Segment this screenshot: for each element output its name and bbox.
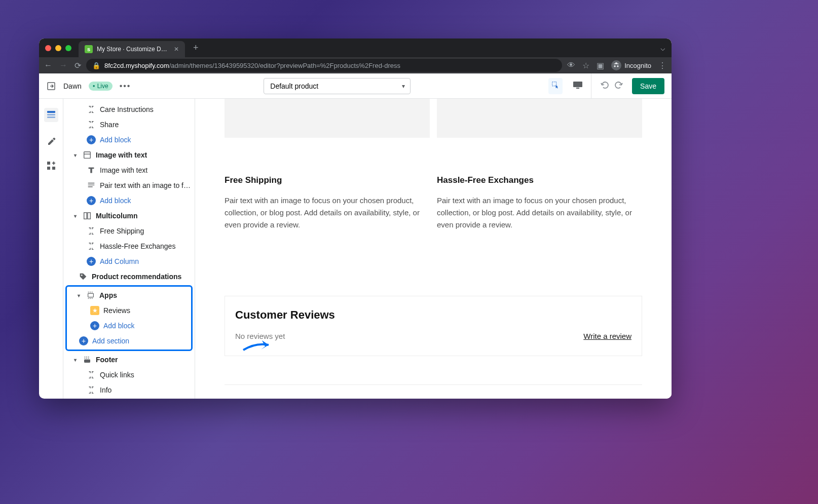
block-our-mission[interactable]: Our mission [63, 398, 195, 399]
traffic-lights [45, 45, 71, 51]
chrome-menu-icon[interactable]: ⋮ [658, 61, 666, 70]
url-bar[interactable]: 🔒 8fc2cd.myshopify.com/admin/themes/1364… [86, 59, 562, 72]
inspector-button[interactable] [548, 78, 563, 94]
chrome-toolbar: ← → ⟳ 🔒 8fc2cd.myshopify.com/admin/theme… [39, 57, 672, 73]
tag-icon [79, 272, 88, 281]
collapsible-icon [87, 105, 96, 114]
svg-rect-7 [47, 162, 50, 165]
url-domain: 8fc2cd.myshopify.com [104, 62, 169, 69]
preview-canvas[interactable]: Free Shipping Pair text with an image to… [195, 99, 672, 399]
editor-body: Care Instructions Share + Add block ▾ Im… [39, 99, 672, 399]
section-apps[interactable]: ▾ Apps [67, 288, 191, 303]
theme-settings-rail-icon[interactable] [44, 133, 58, 147]
app-embeds-rail-icon[interactable] [44, 159, 58, 173]
new-tab-button[interactable]: + [193, 43, 199, 53]
add-section-button[interactable]: + Add section [67, 333, 191, 348]
panel-icon[interactable]: ▣ [597, 61, 604, 70]
footer-columns: Quick links Info Our mission [225, 384, 642, 399]
text-icon [87, 166, 96, 175]
collapsible-icon [87, 385, 96, 395]
block-hassle-free[interactable]: Hassle-Free Exchanges [63, 239, 195, 254]
undo-button[interactable] [600, 80, 610, 92]
svg-rect-10 [84, 152, 91, 159]
column-free-shipping: Free Shipping Pair text with an image to… [225, 175, 430, 231]
section-icon [83, 150, 92, 160]
eye-slash-icon[interactable]: 👁 [567, 61, 575, 70]
add-column-button[interactable]: + Add Column [63, 254, 195, 269]
theme-name: Dawn [63, 82, 82, 90]
section-image-with-text[interactable]: ▾ Image with text [63, 147, 195, 163]
desktop-view-button[interactable] [570, 78, 586, 94]
tab-title: My Store · Customize Dawn · S [97, 46, 170, 53]
undo-redo [597, 80, 627, 92]
block-reviews[interactable]: ★ Reviews [67, 303, 191, 318]
section-product-recommendations[interactable]: Product recommendations [63, 269, 195, 284]
block-care-instructions[interactable]: Care Instructions [63, 102, 195, 117]
placeholder-image [225, 99, 430, 138]
incognito-icon [611, 60, 621, 70]
svg-rect-15 [85, 360, 90, 362]
close-window-button[interactable] [45, 45, 51, 51]
incognito-label: Incognito [624, 62, 651, 69]
sections-sidebar: Care Instructions Share + Add block ▾ Im… [63, 99, 195, 399]
highlighted-apps-group: ▾ Apps ★ Reviews + Add block + Add secti… [65, 285, 193, 351]
block-free-shipping[interactable]: Free Shipping [63, 223, 195, 239]
svg-rect-3 [576, 88, 579, 89]
plus-icon: + [79, 336, 88, 345]
add-block-button[interactable]: + Add block [63, 132, 195, 147]
sections-rail-icon[interactable] [44, 108, 58, 122]
collapsible-icon [87, 370, 96, 379]
section-multicolumn[interactable]: ▾ Multicolumn [63, 208, 195, 223]
template-name: Default product [270, 82, 318, 90]
block-pair-text[interactable]: Pair text with an image to foc… [63, 178, 195, 193]
save-button[interactable]: Save [632, 78, 664, 94]
footer-icon [83, 355, 92, 364]
svg-rect-8 [47, 167, 50, 170]
svg-rect-5 [47, 114, 55, 115]
reload-button[interactable]: ⟳ [75, 61, 81, 70]
minimize-window-button[interactable] [55, 45, 61, 51]
more-actions-button[interactable]: ••• [120, 82, 131, 91]
reviews-heading: Customer Reviews [235, 308, 631, 322]
reviews-row: No reviews yet Write a review [235, 332, 631, 340]
block-info[interactable]: Info [63, 382, 195, 398]
caret-icon: ▾ [71, 152, 79, 158]
plus-icon: + [87, 196, 96, 205]
chrome-titlebar: s My Store · Customize Dawn · S ✕ + ⌵ [39, 38, 672, 57]
customer-reviews-section[interactable]: Customer Reviews No reviews yet Write a … [225, 296, 642, 356]
plus-icon: + [87, 135, 96, 144]
exit-button[interactable] [46, 81, 56, 91]
add-block-button-2[interactable]: + Add block [63, 193, 195, 208]
forward-button[interactable]: → [59, 61, 67, 70]
shopify-favicon: s [85, 45, 93, 53]
template-selector[interactable]: Default product [264, 78, 411, 94]
write-review-link[interactable]: Write a review [583, 332, 631, 340]
section-footer[interactable]: ▾ Footer [63, 352, 195, 367]
redo-button[interactable] [614, 80, 624, 92]
back-button[interactable]: ← [44, 61, 52, 70]
tabs-dropdown-icon[interactable]: ⌵ [660, 43, 665, 53]
column-text: Pair text with an image to focus on your… [437, 195, 642, 231]
multicolumn-images [225, 99, 642, 138]
browser-tab[interactable]: s My Store · Customize Dawn · S ✕ [79, 41, 185, 57]
svg-rect-2 [573, 82, 582, 87]
plus-icon: + [90, 321, 99, 330]
collapsible-icon [87, 226, 96, 236]
editor-header: Dawn Live ••• Default product Save [39, 73, 672, 99]
caret-icon: ▾ [75, 293, 82, 298]
header-right: Save [570, 73, 664, 99]
block-image-with-text[interactable]: Image with text [63, 163, 195, 178]
close-tab-icon[interactable]: ✕ [174, 46, 179, 53]
collapsible-icon [87, 242, 96, 251]
add-block-button-3[interactable]: + Add block [67, 318, 191, 333]
url-path: /admin/themes/136439595320/editor?previe… [169, 62, 400, 69]
block-quick-links[interactable]: Quick links [63, 367, 195, 382]
svg-rect-12 [88, 213, 90, 219]
svg-rect-14 [88, 293, 94, 297]
star-bookmark-icon[interactable]: ☆ [582, 61, 589, 70]
block-share[interactable]: Share [63, 117, 195, 132]
maximize-window-button[interactable] [65, 45, 71, 51]
caret-icon: ▾ [71, 357, 79, 363]
svg-rect-9 [52, 167, 55, 170]
nav-buttons: ← → ⟳ [44, 61, 81, 70]
